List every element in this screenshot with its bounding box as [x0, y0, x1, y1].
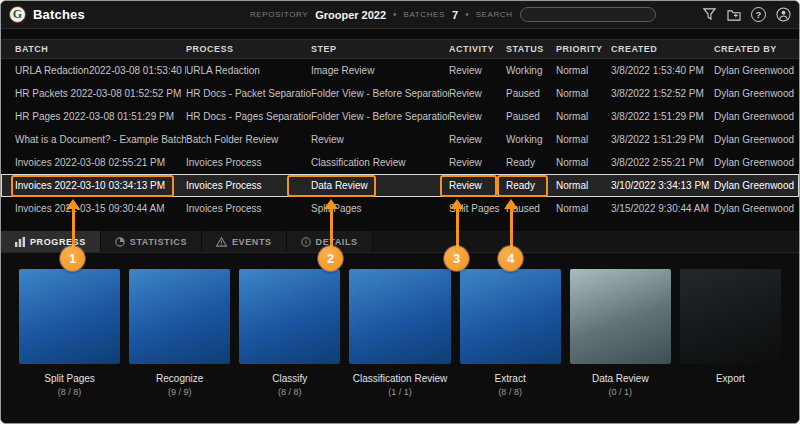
table-row[interactable]: Invoices 2022-03-08 02:55:21 PM Invoices… [1, 151, 799, 174]
column-header-created-by[interactable]: CREATED BY [714, 44, 799, 54]
cell-batch: HR Pages 2022-03-08 01:51:29 PM [15, 111, 186, 122]
cell-status: Working [506, 65, 556, 76]
cell-process: HR Docs - Pages Separation [186, 111, 311, 122]
cell-created-by: Dylan Greenwood [714, 88, 799, 99]
separator-dot: • [393, 9, 397, 20]
tab-statistics-label: STATISTICS [130, 237, 187, 247]
cell-created: 3/8/2022 1:51:29 PM [611, 111, 714, 122]
cell-status: Ready [506, 180, 556, 191]
tile-count: (8 / 8) [498, 387, 522, 397]
cell-priority: Normal [556, 180, 611, 191]
cell-priority: Normal [556, 111, 611, 122]
filter-icon[interactable] [701, 7, 717, 23]
cell-batch: Invoices 2022-03-15 09:30:44 AM [15, 203, 186, 214]
cell-batch: Invoices 2022-03-10 03:34:13 PM [15, 180, 186, 191]
tile-name: Extract [495, 373, 526, 384]
cell-created-by: Dylan Greenwood [714, 111, 799, 122]
page-title: Batches [33, 7, 85, 22]
column-header-status[interactable]: STATUS [506, 44, 556, 54]
cell-process: Batch Folder Review [186, 134, 311, 145]
title-bar: G Batches REPOSITORY Grooper 2022 • BATC… [1, 1, 799, 29]
grooper-logo-icon: G [9, 6, 26, 23]
tile-classify: Classify (8 / 8) [239, 269, 340, 397]
cell-step: Classification Review [311, 157, 449, 168]
tile-thumbnail[interactable] [129, 269, 230, 364]
cell-priority: Normal [556, 88, 611, 99]
cell-priority: Normal [556, 65, 611, 76]
column-header-created[interactable]: CREATED [611, 44, 714, 54]
tile-recognize: Recognize (9 / 9) [129, 269, 230, 397]
cell-created-by: Dylan Greenwood [714, 134, 799, 145]
tile-thumbnail[interactable] [460, 269, 561, 364]
column-header-step[interactable]: STEP [311, 44, 449, 54]
cell-step: Folder View - Before Separation [311, 111, 449, 122]
tab-details-label: DETAILS [316, 237, 358, 247]
tile-thumbnail[interactable] [570, 269, 671, 364]
tile-thumbnail[interactable] [680, 269, 781, 364]
tile-name: Export [716, 373, 745, 384]
cell-process: URLA Redaction [186, 65, 311, 76]
table-header: BATCH PROCESS STEP ACTIVITY STATUS PRIOR… [1, 39, 799, 59]
separator-dot: • [465, 9, 469, 20]
table-row[interactable]: Invoices 2022-03-15 09:30:44 AM Invoices… [1, 197, 799, 220]
tile-classification-review: Classification Review (1 / 1) [349, 269, 450, 397]
bar-chart-icon [15, 237, 25, 247]
cell-batch: HR Packets 2022-03-08 01:52:52 PM [15, 88, 186, 99]
cell-process: Invoices Process [186, 203, 311, 214]
tab-statistics[interactable]: STATISTICS [101, 231, 202, 252]
cell-status: Working [506, 134, 556, 145]
column-header-batch[interactable]: BATCH [15, 44, 186, 54]
cell-status: Paused [506, 111, 556, 122]
tile-data-review: Data Review (0 / 1) [570, 269, 671, 397]
table-row[interactable]: HR Packets 2022-03-08 01:52:52 PM HR Doc… [1, 82, 799, 105]
cell-created-by: Dylan Greenwood [714, 203, 799, 214]
tile-name: Classification Review [353, 373, 447, 384]
cell-step: Image Review [311, 65, 449, 76]
tile-thumbnail[interactable] [349, 269, 450, 364]
cell-activity: Review [449, 65, 506, 76]
cell-step: Folder View - Before Separation [311, 88, 449, 99]
cell-created: 3/10/2022 3:34:13 PM [611, 180, 714, 191]
user-icon[interactable] [775, 7, 791, 23]
tile-name: Recognize [156, 373, 203, 384]
table-row[interactable]: URLA Redaction2022-03-08 01:53:40 PM URL… [1, 59, 799, 82]
cell-created-by: Dylan Greenwood [714, 180, 799, 191]
cell-batch: What is a Document? - Example Batch [15, 134, 186, 145]
search-input[interactable] [520, 7, 656, 22]
cell-process: Invoices Process [186, 157, 311, 168]
cell-activity: Review [449, 111, 506, 122]
table-row[interactable]: HR Pages 2022-03-08 01:51:29 PM HR Docs … [1, 105, 799, 128]
cell-priority: Normal [556, 134, 611, 145]
batches-count: 7 [452, 9, 458, 21]
tile-count: (8 / 8) [58, 387, 82, 397]
progress-panel: Split Pages (8 / 8) Recognize (9 / 9) Cl… [1, 253, 799, 423]
cell-priority: Normal [556, 203, 611, 214]
tile-split-pages: Split Pages (8 / 8) [19, 269, 120, 397]
column-header-priority[interactable]: PRIORITY [556, 44, 611, 54]
tab-details[interactable]: DETAILS [287, 231, 373, 252]
cell-process: HR Docs - Packet Separation [186, 88, 311, 99]
tab-progress[interactable]: PROGRESS [1, 231, 101, 252]
column-header-activity[interactable]: ACTIVITY [449, 44, 506, 54]
cell-status: Paused [506, 88, 556, 99]
tab-events[interactable]: EVENTS [202, 231, 287, 252]
tile-thumbnail[interactable] [239, 269, 340, 364]
table-row[interactable]: What is a Document? - Example Batch Batc… [1, 128, 799, 151]
breadcrumb: REPOSITORY Grooper 2022 • BATCHES 7 • SE… [250, 7, 656, 22]
cell-created-by: Dylan Greenwood [714, 65, 799, 76]
step-tiles: Split Pages (8 / 8) Recognize (9 / 9) Cl… [1, 253, 799, 397]
cell-created: 3/8/2022 1:53:40 PM [611, 65, 714, 76]
new-folder-icon[interactable] [726, 7, 742, 23]
cell-step: Split Pages [311, 203, 449, 214]
tile-extract: Extract (8 / 8) [460, 269, 561, 397]
tile-thumbnail[interactable] [19, 269, 120, 364]
cell-activity: Review [449, 157, 506, 168]
help-icon[interactable]: ? [751, 7, 766, 22]
pie-chart-icon [115, 237, 125, 247]
cell-priority: Normal [556, 157, 611, 168]
cell-status: Paused [506, 203, 556, 214]
batches-label: BATCHES [404, 10, 445, 19]
table-row-selected[interactable]: Invoices 2022-03-10 03:34:13 PM Invoices… [1, 174, 799, 197]
batch-table: URLA Redaction2022-03-08 01:53:40 PM URL… [1, 59, 799, 220]
column-header-process[interactable]: PROCESS [186, 44, 311, 54]
